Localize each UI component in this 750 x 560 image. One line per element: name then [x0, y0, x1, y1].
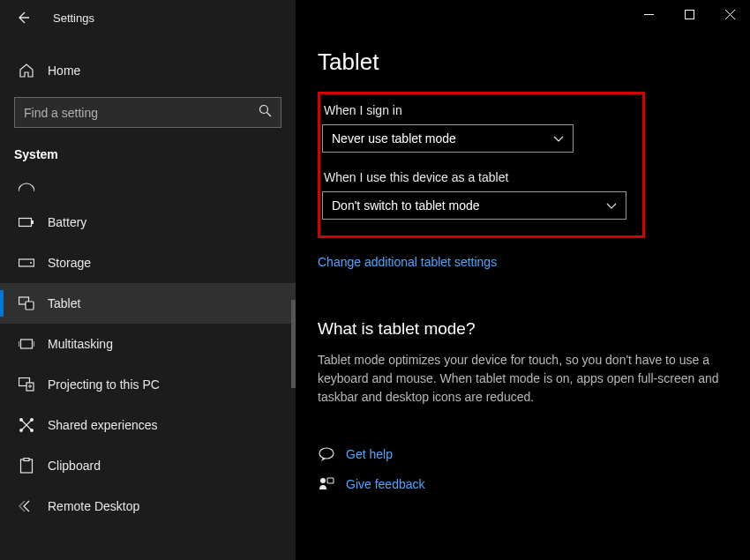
device-tablet-select-value: Don't switch to tablet mode	[332, 198, 480, 213]
titlebar: Settings	[0, 0, 296, 35]
sidebar-item-label: Multitasking	[48, 337, 113, 351]
search-icon	[259, 104, 272, 121]
what-is-title: What is tablet mode?	[318, 319, 724, 339]
svg-point-26	[320, 478, 326, 483]
svg-rect-8	[21, 340, 33, 348]
svg-rect-27	[327, 478, 334, 483]
svg-rect-2	[19, 219, 32, 227]
minimize-button[interactable]	[628, 0, 669, 28]
svg-point-25	[319, 448, 334, 459]
window-controls	[628, 0, 750, 28]
search-box[interactable]	[14, 97, 281, 128]
give-feedback-row[interactable]: Give feedback	[318, 475, 750, 493]
signin-select-value: Never use tablet mode	[332, 131, 456, 146]
support-links: Get help Give feedback	[318, 445, 750, 493]
home-label: Home	[48, 63, 80, 78]
svg-rect-19	[21, 459, 33, 473]
sidebar-item-shared[interactable]: Shared experiences	[0, 405, 296, 445]
chevron-down-icon	[553, 131, 564, 146]
svg-rect-7	[26, 302, 34, 310]
sidebar-item-storage[interactable]: Storage	[0, 243, 296, 283]
sidebar-item-clipboard[interactable]: Clipboard	[0, 445, 296, 486]
sidebar-item-label: Tablet	[48, 296, 80, 310]
power-icon	[18, 177, 35, 195]
maximize-button[interactable]	[669, 0, 709, 28]
svg-line-1	[267, 113, 272, 117]
sidebar-item-label: Storage	[48, 256, 91, 270]
what-is-section: What is tablet mode? Tablet mode optimiz…	[318, 319, 750, 407]
svg-point-0	[260, 106, 268, 114]
signin-select[interactable]: Never use tablet mode	[322, 124, 574, 153]
battery-icon	[18, 213, 35, 231]
device-tablet-select[interactable]: Don't switch to tablet mode	[322, 191, 626, 220]
feedback-icon	[318, 475, 335, 493]
sidebar-home[interactable]: Home	[0, 53, 296, 88]
sidebar-item-label: Remote Desktop	[48, 499, 139, 513]
storage-icon	[18, 254, 35, 272]
close-button[interactable]	[709, 0, 750, 28]
svg-point-15	[19, 418, 23, 422]
sidebar-section-label: System	[0, 142, 296, 167]
sidebar-item-label: Clipboard	[48, 459, 101, 473]
what-is-description: Tablet mode optimizes your device for to…	[318, 351, 724, 407]
sidebar: Settings Home System x Battery	[0, 0, 296, 560]
sidebar-item-label: Projecting to this PC	[48, 377, 160, 392]
app-title: Settings	[53, 11, 94, 25]
back-button[interactable]	[14, 9, 32, 26]
multitasking-icon	[18, 335, 35, 353]
svg-point-16	[30, 418, 34, 422]
remote-desktop-icon	[18, 497, 35, 515]
svg-point-18	[30, 429, 34, 432]
svg-rect-20	[24, 459, 29, 461]
sidebar-item-power[interactable]: x	[0, 175, 296, 202]
chevron-down-icon	[606, 198, 617, 213]
sidebar-item-tablet[interactable]: Tablet	[0, 283, 296, 324]
page-title: Tablet	[318, 49, 750, 76]
home-icon	[18, 62, 35, 79]
get-help-row[interactable]: Get help	[318, 445, 750, 463]
svg-point-17	[19, 429, 23, 432]
projecting-icon	[18, 376, 35, 393]
tablet-icon	[18, 295, 35, 312]
sidebar-item-label: Shared experiences	[48, 418, 158, 432]
chat-icon	[318, 445, 335, 463]
sidebar-item-remote[interactable]: Remote Desktop	[0, 486, 296, 526]
svg-rect-22	[685, 10, 694, 19]
svg-point-5	[30, 262, 32, 264]
svg-rect-3	[32, 220, 34, 224]
shared-experiences-icon	[18, 416, 35, 434]
sidebar-item-projecting[interactable]: Projecting to this PC	[0, 364, 296, 405]
device-tablet-label: When I use this device as a tablet	[324, 170, 626, 184]
sidebar-nav-list: x Battery Storage Tablet Multitasking	[0, 175, 296, 526]
main-content: Tablet When I sign in Never use tablet m…	[296, 0, 750, 560]
additional-settings-link[interactable]: Change additional tablet settings	[318, 255, 497, 269]
give-feedback-link: Give feedback	[346, 477, 425, 491]
signin-label: When I sign in	[324, 103, 626, 117]
highlight-annotation: When I sign in Never use tablet mode Whe…	[318, 92, 645, 238]
clipboard-icon	[18, 457, 35, 474]
sidebar-item-battery[interactable]: Battery	[0, 202, 296, 243]
arrow-left-icon	[16, 11, 30, 25]
sidebar-item-multitasking[interactable]: Multitasking	[0, 324, 296, 364]
sidebar-item-label: Battery	[48, 215, 86, 229]
get-help-link: Get help	[346, 447, 393, 461]
search-input[interactable]	[24, 106, 259, 120]
